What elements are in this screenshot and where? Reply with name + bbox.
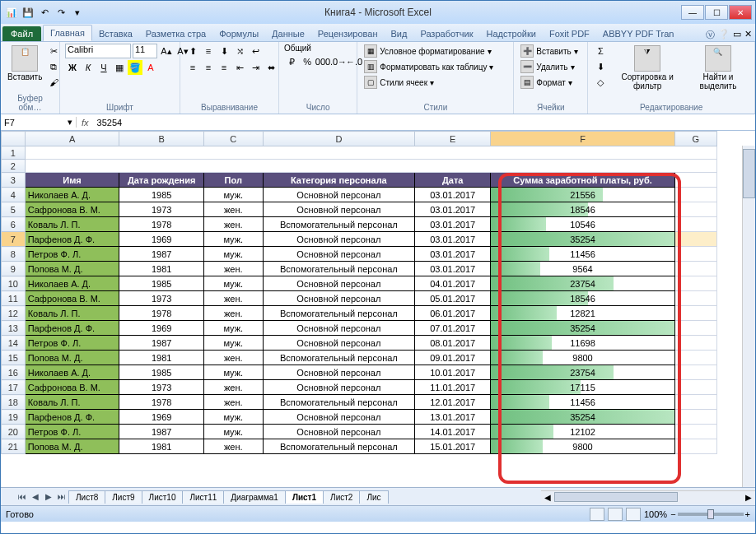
cell-sum[interactable]: 11456: [491, 247, 674, 262]
file-tab[interactable]: Файл: [2, 26, 41, 41]
col-header-f[interactable]: F: [491, 132, 674, 146]
cell-category[interactable]: Вспомогательный персонал: [263, 351, 414, 365]
cell-category[interactable]: Основной персонал: [263, 425, 414, 439]
cell-sum[interactable]: 12102: [491, 425, 674, 439]
doc-restore-icon[interactable]: ▭: [733, 29, 741, 41]
row-header[interactable]: 15: [2, 351, 26, 365]
tab-insert[interactable]: Вставка: [92, 26, 139, 41]
cell-category[interactable]: Основной персонал: [263, 276, 414, 291]
cell-date[interactable]: 09.01.2017: [415, 351, 491, 365]
cell-sum[interactable]: 9800: [491, 351, 674, 365]
cell-dob[interactable]: 1987: [119, 336, 203, 351]
table-header[interactable]: Дата рождения: [119, 173, 203, 188]
sheet-tab[interactable]: Лист11: [182, 490, 224, 504]
cell-dob[interactable]: 1985: [119, 276, 203, 291]
col-header-b[interactable]: B: [119, 132, 203, 146]
fill-color-icon[interactable]: 🪣: [128, 60, 142, 75]
cell-name[interactable]: Коваль Л. П.: [25, 217, 119, 232]
cell-sex[interactable]: муж.: [203, 188, 263, 202]
indent-dec-icon[interactable]: ⇤: [232, 60, 247, 75]
sheet-tab[interactable]: Лис: [359, 490, 388, 504]
cell-date[interactable]: 10.01.2017: [415, 365, 491, 380]
row-header[interactable]: 16: [2, 365, 26, 380]
cell-name[interactable]: Сафронова В. М.: [25, 202, 119, 217]
cell-dob[interactable]: 1981: [119, 439, 203, 454]
cell-name[interactable]: Парфенов Д. Ф.: [25, 410, 119, 425]
table-header[interactable]: Пол: [203, 173, 263, 188]
indent-inc-icon[interactable]: ⇥: [248, 60, 263, 75]
cell-date[interactable]: 06.01.2017: [415, 306, 491, 321]
tab-formulas[interactable]: Формулы: [212, 26, 265, 41]
cell-date[interactable]: 14.01.2017: [415, 425, 491, 439]
paste-button[interactable]: 📋Вставить: [6, 44, 44, 83]
cell-sex[interactable]: жен.: [203, 262, 263, 276]
sheet-nav-last-icon[interactable]: ⏭: [55, 490, 68, 504]
minimize-button[interactable]: —: [681, 5, 704, 20]
select-all-button[interactable]: [2, 132, 26, 146]
sort-filter-button[interactable]: ⧩Сортировка и фильтр: [610, 44, 684, 92]
tab-foxit[interactable]: Foxit PDF: [543, 26, 596, 41]
cell-date[interactable]: 04.01.2017: [415, 276, 491, 291]
cell-dob[interactable]: 1973: [119, 291, 203, 306]
cell-name[interactable]: Коваль Л. П.: [25, 395, 119, 410]
tab-data[interactable]: Данные: [265, 26, 311, 41]
cell-name[interactable]: Попова М. Д.: [25, 439, 119, 454]
row-header[interactable]: 19: [2, 410, 26, 425]
clear-icon[interactable]: ◇: [593, 75, 608, 90]
view-pagebreak-icon[interactable]: [626, 508, 641, 521]
cell-category[interactable]: Вспомогательный персонал: [263, 439, 414, 454]
table-header[interactable]: Категория персонала: [263, 173, 414, 188]
percent-icon[interactable]: %: [300, 54, 315, 69]
align-left-icon[interactable]: ≡: [185, 60, 200, 75]
cell-sex[interactable]: жен.: [203, 217, 263, 232]
cell-sex[interactable]: муж.: [203, 410, 263, 425]
cut-icon[interactable]: ✂: [46, 44, 61, 58]
cell-date[interactable]: 15.01.2017: [415, 439, 491, 454]
cell-date[interactable]: 03.01.2017: [415, 262, 491, 276]
currency-icon[interactable]: ₽: [284, 54, 299, 69]
cell-name[interactable]: Петров Ф. Л.: [25, 425, 119, 439]
copy-icon[interactable]: ⧉: [46, 59, 61, 74]
inc-decimal-icon[interactable]: .0→: [331, 54, 346, 69]
cell-dob[interactable]: 1973: [119, 202, 203, 217]
sheet-nav-prev-icon[interactable]: ◀: [29, 490, 42, 504]
cell-sum[interactable]: 11698: [491, 336, 674, 351]
cell-dob[interactable]: 1969: [119, 321, 203, 336]
row-header[interactable]: 17: [2, 380, 26, 395]
cell-sex[interactable]: муж.: [203, 336, 263, 351]
name-box[interactable]: F7▾: [1, 117, 77, 128]
autosum-icon[interactable]: Σ: [593, 44, 608, 58]
cell-date[interactable]: 13.01.2017: [415, 410, 491, 425]
cell-sum[interactable]: 35254: [491, 232, 674, 247]
sheet-tab[interactable]: Диаграмма1: [223, 490, 286, 504]
cell-dob[interactable]: 1981: [119, 351, 203, 365]
cell-sum[interactable]: 23754: [491, 276, 674, 291]
delete-cells-button[interactable]: ➖Удалить ▾: [519, 59, 576, 74]
cell-name[interactable]: Николаев А. Д.: [25, 276, 119, 291]
tab-home[interactable]: Главная: [43, 25, 92, 41]
cell-dob[interactable]: 1978: [119, 395, 203, 410]
cell-sex[interactable]: муж.: [203, 365, 263, 380]
row-header[interactable]: 1: [2, 146, 26, 160]
cell-sum[interactable]: 9800: [491, 439, 674, 454]
cell-name[interactable]: Попова М. Д.: [25, 351, 119, 365]
row-header[interactable]: 11: [2, 291, 26, 306]
border-icon[interactable]: ▦: [112, 60, 127, 75]
orientation-icon[interactable]: ⤭: [232, 44, 247, 58]
view-normal-icon[interactable]: [590, 508, 604, 521]
cell-sum[interactable]: 35254: [491, 321, 674, 336]
align-middle-icon[interactable]: ≡: [201, 44, 216, 58]
cell-name[interactable]: Парфенов Д. Ф.: [25, 232, 119, 247]
cell-dob[interactable]: 1978: [119, 217, 203, 232]
cell-name[interactable]: Сафронова В. М.: [25, 380, 119, 395]
cell-category[interactable]: Основной персонал: [263, 365, 414, 380]
cell-name[interactable]: Сафронова В. М.: [25, 291, 119, 306]
cell-date[interactable]: 07.01.2017: [415, 321, 491, 336]
cell-sex[interactable]: жен.: [203, 291, 263, 306]
zoom-slider[interactable]: [678, 513, 744, 516]
namebox-dropdown-icon[interactable]: ▾: [68, 117, 72, 128]
row-header[interactable]: 12: [2, 306, 26, 321]
format-painter-icon[interactable]: 🖌: [46, 75, 61, 90]
zoom-out-icon[interactable]: −: [670, 509, 675, 519]
cell-dob[interactable]: 1987: [119, 425, 203, 439]
